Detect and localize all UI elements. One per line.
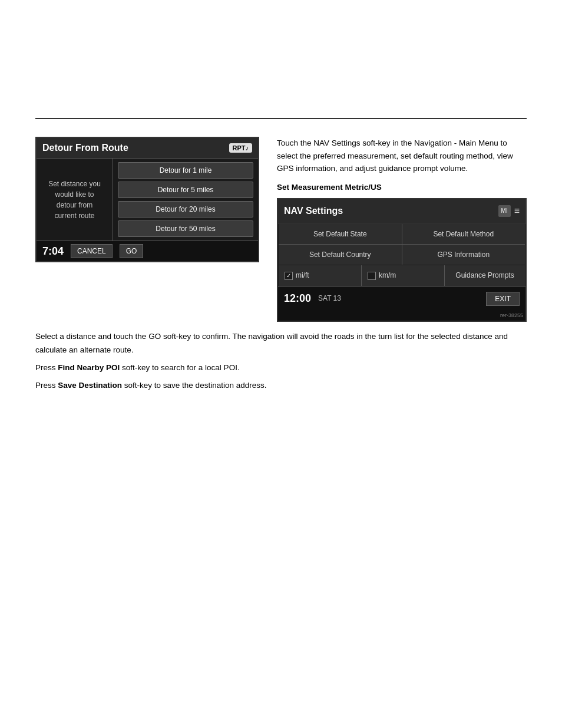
detour-50-miles-button[interactable]: Detour for 50 miles <box>118 220 253 237</box>
nav-header-icons: MI ≡ <box>498 203 520 219</box>
nav-footer: 12:00 SAT 13 EXIT <box>278 286 525 310</box>
detour-20-miles-button[interactable]: Detour for 20 miles <box>118 201 253 218</box>
rpt-badge: RPT♪ <box>229 143 253 153</box>
detour-options: Detour for 1 mile Detour for 5 miles Det… <box>113 159 258 241</box>
detour-header: Detour From Route RPT♪ <box>37 138 258 159</box>
detour-body: Set distance youwould like todetour from… <box>37 159 258 241</box>
body-paragraph-2: Press Find Nearby POI soft-key to search… <box>35 361 527 374</box>
set-default-state-button[interactable]: Set Default State <box>279 224 402 244</box>
nav-buttons-grid: Set Default State Set Default Method Set… <box>279 224 525 265</box>
p2-suffix: soft-key to search for a local POI. <box>120 363 239 372</box>
km-m-option[interactable]: km/m <box>362 265 444 286</box>
rpt-sound-icon: ♪ <box>246 144 249 151</box>
body-paragraph-1: Select a distance and touch the GO soft-… <box>35 330 527 357</box>
detour-description: Set distance youwould like todetour from… <box>37 159 113 241</box>
mi-icon: MI <box>498 205 511 217</box>
right-panel: Touch the NAV Settings soft-key in the N… <box>277 137 527 322</box>
guidance-prompts-button[interactable]: Guidance Prompts <box>445 265 525 286</box>
set-default-country-button[interactable]: Set Default Country <box>279 245 402 265</box>
detour-screen-panel: Detour From Route RPT♪ Set distance youw… <box>35 137 259 322</box>
cancel-button[interactable]: CANCEL <box>71 244 113 258</box>
save-destination-label: Save Destination <box>58 381 122 390</box>
p3-suffix: soft-key to save the destination address… <box>122 381 266 390</box>
mi-ft-label: mi/ft <box>296 270 309 281</box>
mi-ft-checkbox[interactable] <box>285 272 293 280</box>
rpt-label: RPT <box>233 144 246 151</box>
set-default-method-button[interactable]: Set Default Method <box>402 224 525 244</box>
nav-header: NAV Settings MI ≡ <box>278 199 525 223</box>
go-button[interactable]: GO <box>120 244 144 258</box>
body-text: Select a distance and touch the GO soft-… <box>35 330 527 397</box>
nav-clock: 12:00 <box>284 290 311 307</box>
km-m-checkbox[interactable] <box>368 272 376 280</box>
detour-screen: Detour From Route RPT♪ Set distance youw… <box>35 137 259 262</box>
measurement-section-title: Set Measurement Metric/US <box>277 181 527 194</box>
find-nearby-poi-label: Find Nearby POI <box>58 363 120 372</box>
nav-settings-description: Touch the NAV Settings soft-key in the N… <box>277 137 527 175</box>
detour-footer: 7:04 CANCEL GO <box>37 241 258 261</box>
detour-1-mile-button[interactable]: Detour for 1 mile <box>118 162 253 179</box>
nav-sat-info: SAT 13 <box>318 293 479 304</box>
exit-button[interactable]: EXIT <box>486 292 520 306</box>
nav-title: NAV Settings <box>284 203 343 219</box>
body-paragraph-3: Press Save Destination soft-key to save … <box>35 379 527 392</box>
reference-number: rer-38255 <box>278 310 525 321</box>
nav-bottom-row: mi/ft km/m Guidance Prompts <box>279 265 525 286</box>
detour-5-miles-button[interactable]: Detour for 5 miles <box>118 182 253 198</box>
p3-prefix: Press <box>35 381 58 390</box>
menu-lines-icon: ≡ <box>514 203 520 219</box>
mi-ft-option[interactable]: mi/ft <box>279 265 361 286</box>
gps-information-button[interactable]: GPS Information <box>402 245 525 265</box>
nav-settings-screen: NAV Settings MI ≡ Set Default State Set … <box>277 198 527 322</box>
p2-prefix: Press <box>35 363 58 372</box>
km-m-label: km/m <box>379 270 396 281</box>
detour-title: Detour From Route <box>42 143 128 153</box>
detour-clock: 7:04 <box>42 245 64 258</box>
